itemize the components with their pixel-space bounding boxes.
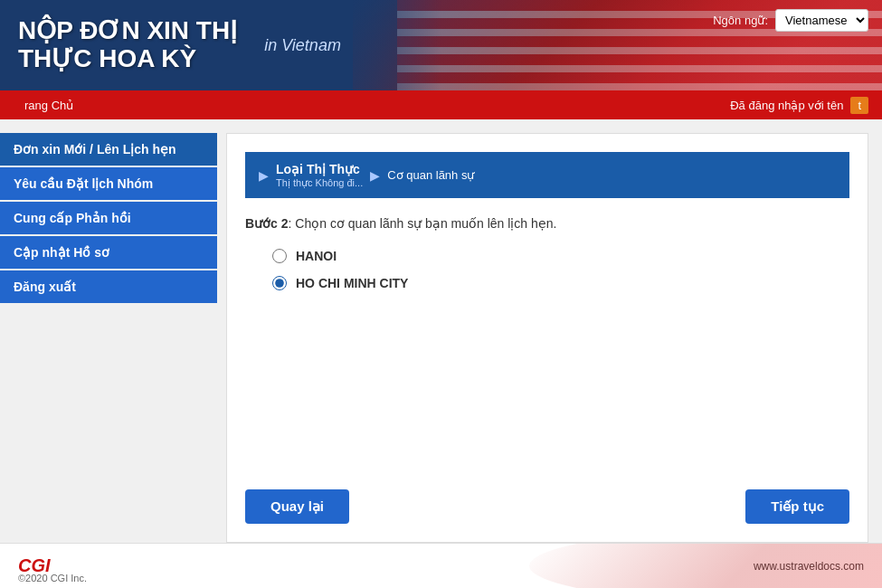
breadcrumb-step1-sub: Thị thực Không đi... (276, 177, 363, 189)
footer-wave (529, 544, 882, 588)
home-link[interactable]: rang Chủ (14, 90, 84, 119)
breadcrumb-step2-label: Cơ quan lãnh sự (387, 168, 474, 182)
title-line1: NỘP ĐƠN XIN THỊ (18, 16, 237, 44)
breadcrumb-arrow1: ▶ (259, 168, 269, 183)
next-button[interactable]: Tiếp tục (745, 489, 849, 524)
logged-in-info: Đã đăng nhập với tên t (730, 97, 868, 114)
footer: CGI ©2020 CGI Inc. www.ustraveldocs.com (0, 543, 882, 588)
back-button[interactable]: Quay lại (245, 489, 349, 524)
lang-select[interactable]: Vietnamese English (775, 9, 868, 32)
consulate-options: HANOI HO CHI MINH CITY (245, 249, 849, 290)
button-row: Quay lại Tiếp tục (245, 489, 849, 524)
sidebar-item-logout[interactable]: Đăng xuất (0, 270, 217, 303)
header: NỘP ĐƠN XIN THỊ THỰC HOA KỲ in Vietnam N… (0, 0, 882, 90)
username-badge: t (850, 97, 868, 114)
sidebar-item-update-profile[interactable]: Cập nhật Hồ sơ (0, 236, 217, 269)
footer-left: CGI ©2020 CGI Inc. (18, 555, 51, 576)
sidebar-item-group-booking[interactable]: Yêu cầu Đặt lịch Nhóm (0, 167, 217, 200)
label-hanoi: HANOI (296, 249, 337, 263)
sidebar: Đơn xin Mới / Lên Lịch hẹn Yêu cầu Đặt l… (0, 119, 217, 543)
breadcrumb-step1: Loại Thị Thực Thị thực Không đi... (276, 161, 363, 189)
lang-label: Ngôn ngữ: (713, 14, 768, 27)
label-hcmc: HO CHI MINH CITY (296, 276, 408, 290)
step-description: : Chọn cơ quan lãnh sự bạn muốn lên lịch… (289, 216, 557, 231)
site-title: NỘP ĐƠN XIN THỊ THỰC HOA KỲ (18, 17, 237, 73)
title-line2: THỰC HOA KỲ (18, 44, 196, 72)
breadcrumb-step1-label: Loại Thị Thực (276, 162, 360, 176)
language-selector[interactable]: Ngôn ngữ: Vietnamese English (713, 9, 868, 32)
main-layout: Đơn xin Mới / Lên Lịch hẹn Yêu cầu Đặt l… (0, 119, 882, 543)
content-area: ▶ Loại Thị Thực Thị thực Không đi... ▶ C… (226, 133, 868, 543)
radio-hcmc[interactable] (272, 276, 287, 290)
step-number: Bước 2 (245, 216, 289, 231)
radio-hanoi[interactable] (272, 249, 287, 263)
breadcrumb: ▶ Loại Thị Thực Thị thực Không đi... ▶ C… (245, 152, 849, 198)
option-hanoi[interactable]: HANOI (272, 249, 849, 263)
navbar: rang Chủ Đã đăng nhập với tên t (0, 90, 882, 119)
step-instruction: Bước 2: Chọn cơ quan lãnh sự bạn muốn lê… (245, 216, 849, 231)
sidebar-item-feedback[interactable]: Cung cấp Phản hồi (0, 202, 217, 234)
breadcrumb-arrow2: ▶ (370, 168, 380, 183)
sidebar-item-new-appointment[interactable]: Đơn xin Mới / Lên Lịch hẹn (0, 133, 217, 166)
logged-in-text: Đã đăng nhập với tên (730, 99, 843, 112)
footer-copyright: ©2020 CGI Inc. (18, 573, 87, 583)
header-subtitle: in Vietnam (264, 36, 341, 55)
option-hcmc[interactable]: HO CHI MINH CITY (272, 276, 849, 290)
